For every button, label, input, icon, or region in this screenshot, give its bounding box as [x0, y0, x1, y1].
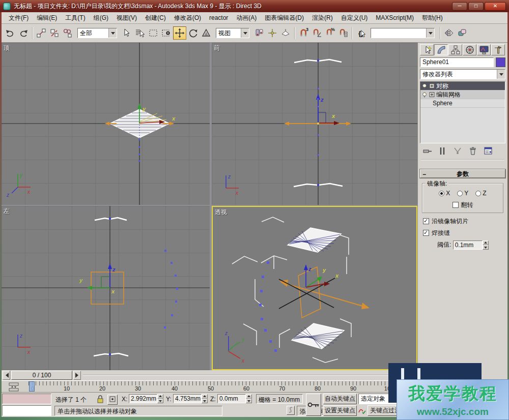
undo-button[interactable]: [4, 26, 17, 40]
mini-curve-toggle-icon[interactable]: [9, 382, 20, 392]
threshold-field[interactable]: 0.1mm: [453, 241, 483, 250]
mirror-gizmo-plane[interactable]: [279, 267, 370, 318]
configure-modifier-sets-button[interactable]: [482, 146, 494, 156]
menu-animation[interactable]: 动画(A): [232, 12, 261, 24]
align-button[interactable]: [456, 26, 469, 40]
z-coordinate-field[interactable]: 0.0mm: [217, 394, 246, 403]
set-keys-button[interactable]: [306, 394, 321, 416]
show-end-result-button[interactable]: [436, 146, 448, 156]
mirror-button[interactable]: [442, 26, 456, 40]
menu-create[interactable]: 创建(C): [141, 12, 170, 24]
flip-checkbox[interactable]: 翻转: [453, 201, 473, 208]
menu-customize[interactable]: 自定义(U): [337, 12, 372, 24]
move-gizmo[interactable]: z y x: [304, 264, 339, 287]
keyboard-shortcut-override-button[interactable]: [279, 26, 292, 40]
set-key-button[interactable]: 设置关键点: [323, 405, 357, 416]
menu-file[interactable]: 文件(F): [5, 12, 33, 24]
menu-maxscript[interactable]: MAXScript(M): [372, 13, 418, 23]
menu-rendering[interactable]: 渲染(R): [308, 12, 337, 24]
object-name-field[interactable]: Sphere01: [420, 57, 494, 67]
maximize-button[interactable]: □: [468, 2, 484, 11]
axis-z-radio[interactable]: Z: [475, 190, 486, 197]
selection-lock-toggle[interactable]: [96, 395, 104, 405]
selection-filter-arrow-icon[interactable]: [108, 28, 117, 38]
time-slider-thumb[interactable]: 0 / 100: [11, 371, 72, 380]
remove-modifier-button[interactable]: [467, 146, 479, 156]
use-pivot-point-center-button[interactable]: [252, 26, 266, 40]
select-and-manipulate-button[interactable]: [266, 26, 279, 40]
close-button[interactable]: ✕: [485, 2, 506, 11]
redo-button[interactable]: [17, 26, 30, 40]
angle-snap-toggle-button[interactable]: [310, 26, 323, 40]
viewport-perspective[interactable]: 透视: [212, 206, 417, 370]
key-filters-curve-icon[interactable]: [358, 406, 366, 416]
percent-snap-toggle-button[interactable]: %: [323, 26, 336, 40]
menu-views[interactable]: 视图(V): [112, 12, 141, 24]
unlink-button[interactable]: [48, 26, 61, 40]
time-slider-track[interactable]: [83, 375, 388, 376]
select-object-button[interactable]: [120, 26, 133, 40]
select-and-move-button[interactable]: [173, 26, 186, 40]
y-coordinate-field[interactable]: 4.753mm: [173, 394, 202, 403]
reference-coordinate-arrow-icon[interactable]: [241, 28, 249, 38]
visibility-bulb-icon[interactable]: [421, 92, 428, 98]
named-selection-sets-button[interactable]: {}: [354, 26, 367, 40]
axis-x-radio[interactable]: X: [439, 190, 450, 197]
stack-item-sphere[interactable]: Sphere: [420, 99, 505, 108]
tab-motion[interactable]: [463, 44, 476, 55]
viewport-front-label[interactable]: 前: [214, 44, 220, 52]
viewport-splitter-vertical[interactable]: [210, 43, 212, 370]
window-crossing-toggle-button[interactable]: [160, 26, 173, 40]
viewport-splitter-horizontal[interactable]: [2, 205, 417, 206]
select-by-name-button[interactable]: [133, 26, 147, 40]
modifier-list-arrow-icon[interactable]: [497, 70, 505, 79]
bind-to-space-warp-button[interactable]: [61, 26, 74, 40]
maxscript-mini-listener-white[interactable]: [2, 405, 51, 416]
menu-help[interactable]: 帮助(H): [418, 12, 447, 24]
menu-modifiers[interactable]: 修改器(O): [170, 12, 205, 24]
viewport-left[interactable]: 左 z y x: [2, 206, 210, 370]
menu-group[interactable]: 组(G): [90, 12, 112, 24]
y-spinner[interactable]: [202, 394, 208, 403]
tab-modify[interactable]: [434, 44, 448, 55]
select-and-rotate-button[interactable]: [186, 26, 200, 40]
auto-key-button[interactable]: 自动关键点: [323, 394, 357, 404]
title-bar[interactable]: 无标题 - 项目文件夹: D:\用户目录\我的文档\3dsmax - Autod…: [0, 0, 509, 12]
menu-reactor[interactable]: reactor: [205, 13, 232, 23]
object-color-swatch[interactable]: [496, 57, 505, 67]
absolute-offset-toggle[interactable]: [107, 395, 118, 405]
select-and-link-button[interactable]: [35, 26, 48, 40]
make-unique-button[interactable]: [451, 146, 464, 156]
named-selection-arrow-icon[interactable]: [426, 28, 434, 38]
spinner-snap-toggle-button[interactable]: [336, 26, 350, 40]
viewport-left-label[interactable]: 左: [4, 207, 10, 216]
menu-graph-editors[interactable]: 图表编辑器(D): [261, 12, 308, 24]
tab-display[interactable]: [477, 44, 491, 55]
track-frame-indicator[interactable]: [29, 381, 35, 392]
slice-along-mirror-checkbox[interactable]: 沿镜像轴切片: [423, 218, 468, 225]
reference-coordinate-dropdown[interactable]: 视图: [216, 28, 249, 38]
expand-icon[interactable]: [429, 92, 435, 98]
selection-filter-dropdown[interactable]: 全部: [77, 28, 117, 38]
rectangular-selection-region-button[interactable]: [147, 26, 160, 40]
viewport-top[interactable]: 顶 y x: [2, 43, 210, 205]
previous-frame-button[interactable]: [3, 371, 10, 380]
viewport-front[interactable]: 前 z x: [212, 43, 417, 205]
menu-edit[interactable]: 编辑(E): [33, 12, 61, 24]
stack-item-symmetry[interactable]: 对称: [420, 82, 505, 91]
weld-seam-checkbox[interactable]: 焊接缝: [423, 229, 450, 236]
select-and-scale-button[interactable]: [200, 26, 213, 40]
visibility-bulb-icon[interactable]: [421, 83, 428, 89]
viewport-perspective-label[interactable]: 透视: [215, 208, 227, 217]
tab-create[interactable]: [420, 44, 434, 55]
next-frame-button[interactable]: [73, 371, 81, 380]
x-coordinate-field[interactable]: 2.992mm: [129, 394, 157, 403]
menu-tools[interactable]: 工具(T): [61, 12, 89, 24]
tab-hierarchy[interactable]: [448, 44, 462, 55]
z-spinner[interactable]: [246, 394, 252, 403]
modifier-list-dropdown[interactable]: 修改器列表: [420, 69, 505, 79]
expand-icon[interactable]: [429, 83, 435, 89]
axis-y-radio[interactable]: Y: [457, 190, 468, 197]
stack-item-edit-mesh[interactable]: 编辑网格: [420, 91, 505, 99]
parameters-rollout-header[interactable]: − 参数: [420, 169, 505, 178]
